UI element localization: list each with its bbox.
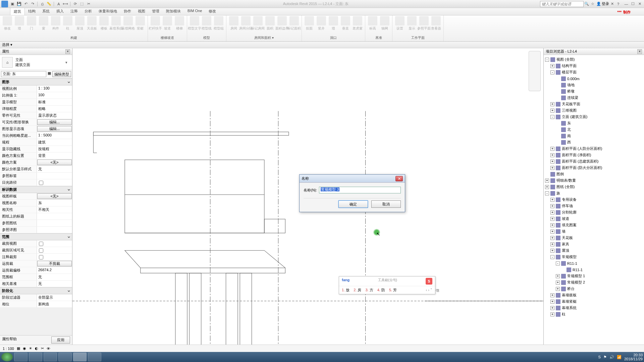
prop-option-button[interactable]: 不剪裁 xyxy=(37,261,72,266)
help-icon[interactable]: ? xyxy=(615,1,621,7)
tree-node[interactable]: +墙 xyxy=(545,228,643,235)
section-icon[interactable]: ✂ xyxy=(86,1,92,7)
ribbon-button[interactable]: 面积边界 xyxy=(277,16,287,31)
tree-toggle-icon[interactable]: + xyxy=(550,293,554,297)
tree-toggle-icon[interactable]: + xyxy=(550,198,554,202)
prop-value[interactable]: 无 xyxy=(37,166,72,172)
prop-checkbox[interactable] xyxy=(39,242,43,246)
tree-toggle-icon[interactable]: + xyxy=(556,281,560,285)
tree-node[interactable]: 连续梁 xyxy=(545,95,643,101)
tree-node[interactable]: +面积平面 (人防分区面积) xyxy=(545,145,643,152)
tree-node[interactable]: +坡道 xyxy=(545,216,643,222)
detail-level-icon[interactable]: ▦ xyxy=(17,346,20,351)
tree-toggle-icon[interactable]: + xyxy=(550,210,554,215)
tree-node[interactable]: -族 xyxy=(545,190,643,196)
tree-toggle-icon[interactable]: + xyxy=(550,223,554,227)
ribbon-button[interactable]: 墙 xyxy=(328,16,339,31)
tree-toggle-icon[interactable]: - xyxy=(545,58,549,62)
ribbon-tab[interactable]: 修改 xyxy=(205,8,219,15)
app-logo-icon[interactable] xyxy=(1,1,8,7)
ime-nav[interactable]: ‹ › ˅ xyxy=(426,288,432,292)
tree-toggle-icon[interactable]: + xyxy=(556,274,560,278)
ribbon-button[interactable]: 面积 xyxy=(265,16,275,31)
prop-value[interactable]: 粗略 xyxy=(37,106,72,112)
prop-checkbox[interactable] xyxy=(39,248,43,253)
ribbon-button[interactable]: 老虎窗 xyxy=(352,16,363,31)
prop-value[interactable]: 显示原状态 xyxy=(37,112,72,119)
tree-node[interactable]: -视图 (全部) xyxy=(545,56,643,63)
ribbon-tab[interactable]: 插入 xyxy=(53,8,67,15)
ribbon-tab[interactable]: 体量和场地 xyxy=(95,8,120,15)
tree-toggle-icon[interactable]: + xyxy=(550,217,554,221)
properties-close-button[interactable]: × xyxy=(65,49,70,54)
ribbon-button[interactable]: 天花板 xyxy=(87,16,97,31)
ribbon-button[interactable]: 栏杆扶手 xyxy=(150,16,161,31)
ribbon-button[interactable]: 标记面积 xyxy=(289,16,300,31)
notepad-task-icon[interactable] xyxy=(44,353,57,361)
ribbon-button[interactable]: 柱 xyxy=(62,16,73,31)
tree-toggle-icon[interactable]: + xyxy=(550,242,554,246)
tree-node[interactable]: +柱 xyxy=(545,311,643,317)
tree-node[interactable]: 0.000m xyxy=(545,75,643,82)
project-tree[interactable]: -视图 (全部)+结构平面-楼层平面0.000m场地桥墩连续梁+天花板平面+三维… xyxy=(544,55,644,345)
tree-toggle-icon[interactable]: + xyxy=(550,64,554,68)
ribbon-button[interactable]: 坡道 xyxy=(162,16,173,31)
ribbon-button[interactable]: 显示 xyxy=(407,16,417,31)
open-icon[interactable]: ▣ xyxy=(9,1,15,7)
browser-task-icon[interactable] xyxy=(29,353,42,361)
ribbon-button[interactable]: 楼梯 xyxy=(174,16,185,31)
apply-button[interactable]: 应用 xyxy=(51,337,70,344)
prop-value[interactable] xyxy=(37,220,72,226)
tree-node[interactable]: +填充图案 xyxy=(545,222,643,228)
tree-toggle-icon[interactable]: + xyxy=(545,185,549,189)
ribbon-button[interactable]: 墙 xyxy=(14,16,25,31)
tree-toggle-icon[interactable]: - xyxy=(556,261,560,265)
edit-type-button[interactable]: 编辑类型 xyxy=(52,71,71,77)
view3d-icon[interactable]: ⬚ xyxy=(79,1,85,7)
tree-toggle-icon[interactable]: + xyxy=(550,109,554,113)
exchange-icon[interactable]: ✕ xyxy=(609,1,615,7)
dialog-name-input[interactable]: 常规模型 3 xyxy=(319,187,401,193)
ribbon-button[interactable]: 幕墙网格 xyxy=(123,16,133,31)
tree-toggle-icon[interactable]: + xyxy=(550,102,554,106)
tree-node[interactable]: +常规模型 2 xyxy=(545,279,643,286)
print-icon[interactable]: ⎙ xyxy=(39,1,45,7)
tree-node[interactable]: +停车场 xyxy=(545,203,643,209)
clock[interactable]: 20:332018/11/29 xyxy=(624,353,643,361)
tree-node[interactable]: R11-1 xyxy=(545,266,643,273)
prop-checkbox[interactable] xyxy=(39,181,43,185)
tree-node[interactable]: -R11-1 xyxy=(545,260,643,266)
ribbon-button[interactable]: 查看器 xyxy=(431,16,441,31)
sync-icon[interactable]: ⟳ xyxy=(72,1,78,7)
tree-node[interactable]: -楼层平面 xyxy=(545,69,643,75)
redo-icon[interactable]: ↷ xyxy=(30,1,36,7)
tree-node[interactable]: +桥台 xyxy=(545,286,643,292)
dialog-ok-button[interactable]: 确定 xyxy=(338,200,368,208)
tree-node[interactable]: +结构平面 xyxy=(545,63,643,69)
powerpoint-task-icon[interactable] xyxy=(58,353,72,361)
prop-value[interactable]: 全部显示 xyxy=(37,294,72,301)
instance-combo[interactable]: 立面: 东 xyxy=(1,71,46,77)
dialog-cancel-button[interactable]: 取消 xyxy=(371,200,401,208)
view-scale[interactable]: 1 : 100 xyxy=(3,347,14,351)
prop-edit-button[interactable]: 编辑... xyxy=(37,126,72,132)
revit-task-icon[interactable] xyxy=(73,353,87,361)
ribbon-tab[interactable]: 系统 xyxy=(39,8,53,15)
tree-node[interactable]: +专用设备 xyxy=(545,196,643,203)
tree-toggle-icon[interactable]: + xyxy=(550,166,554,170)
tree-node[interactable]: +天花板平面 xyxy=(545,101,643,107)
save-icon[interactable]: 💾 xyxy=(16,1,22,7)
tree-toggle-icon[interactable]: + xyxy=(550,204,554,208)
prop-value[interactable]: 无 xyxy=(37,281,72,287)
ribbon-button[interactable]: 按面 xyxy=(304,16,315,31)
ribbon-button[interactable]: 模型线 xyxy=(201,16,212,31)
prop-value[interactable]: 100 xyxy=(37,92,72,99)
tree-node[interactable]: +面积平面 (净面积) xyxy=(545,152,643,158)
prop-value[interactable]: 按规程 xyxy=(37,146,72,152)
tree-toggle-icon[interactable]: + xyxy=(550,312,554,316)
ribbon-button[interactable]: 房间 xyxy=(228,16,239,31)
ribbon-tab[interactable]: 协作 xyxy=(120,8,135,15)
tree-toggle-icon[interactable]: + xyxy=(545,179,549,183)
dialog-close-button[interactable]: ✕ xyxy=(395,176,403,181)
volume-tray-icon[interactable]: 🔊 xyxy=(609,355,614,359)
